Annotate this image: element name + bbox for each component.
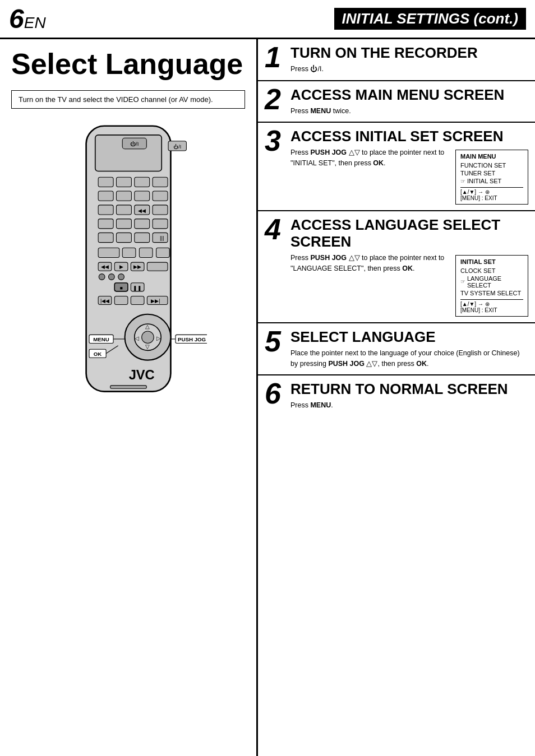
svg-point-58 — [141, 331, 154, 344]
step-3-title: ACCESS INITIAL SET SCREEN — [290, 128, 528, 145]
step-4-desc: Press PUSH JOG △▽ to place the pointer n… — [290, 253, 450, 274]
step-3-menu-box: MAIN MENU FUNCTION SET TUNER SET INITIAL… — [455, 150, 528, 205]
svg-text:MENU: MENU — [93, 336, 109, 342]
step-4: 4 ACCESS LANGUAGE SELECT SCREEN Press PU… — [258, 211, 535, 323]
step-2-desc: Press MENU twice. — [290, 106, 528, 117]
svg-text:PUSH JOG: PUSH JOG — [178, 336, 206, 342]
step-4-menu-box: INITIAL SET CLOCK SET LANGUAGE SELECT TV… — [455, 255, 528, 317]
svg-rect-21 — [134, 219, 149, 229]
step-3-number: 3 — [265, 126, 285, 155]
step-6-desc: Press MENU. — [290, 400, 528, 411]
main-content: Select Language Turn on the TV and selec… — [0, 39, 535, 756]
svg-rect-28 — [98, 248, 119, 257]
step-3: 3 ACCESS INITIAL SET SCREEN Press PUSH J… — [258, 123, 535, 211]
step-3-menu-title: MAIN MENU — [460, 153, 523, 160]
step-4-menu-item-1: CLOCK SET — [460, 267, 523, 275]
svg-text:OK: OK — [93, 351, 102, 357]
svg-text:▷: ▷ — [156, 335, 160, 341]
svg-text:◀◀: ◀◀ — [101, 264, 109, 270]
step-3-inner: Press PUSH JOG △▽ to place the pointer n… — [290, 147, 528, 205]
step-4-title: ACCESS LANGUAGE SELECT SCREEN — [290, 217, 528, 251]
svg-text:|◀◀: |◀◀ — [100, 298, 109, 304]
power-symbol: ⏻ — [310, 65, 317, 73]
svg-text:▶▶: ▶▶ — [133, 264, 141, 270]
remote-illustration: ⏻/I ⏻/I ◀◀ — [11, 120, 245, 434]
svg-rect-6 — [98, 177, 113, 187]
step-5-title: SELECT LANGUAGE — [290, 329, 528, 346]
step-3-menu-footer: [▲/▼] → ⊛[MENU] : EXIT — [460, 187, 523, 201]
svg-text:JVC: JVC — [128, 368, 154, 382]
page-number: 6EN — [9, 3, 46, 34]
left-column: Select Language Turn on the TV and selec… — [0, 39, 258, 756]
step-1-number: 1 — [265, 43, 285, 72]
page-num: 6 — [9, 4, 24, 34]
step-1-desc: Press ⏻/I. — [290, 64, 528, 75]
svg-rect-20 — [116, 219, 131, 229]
svg-point-40 — [108, 274, 114, 280]
step-4-menu-item-2: LANGUAGE SELECT — [460, 275, 523, 289]
svg-point-39 — [99, 274, 105, 280]
svg-rect-19 — [98, 219, 113, 229]
svg-text:▶▶|: ▶▶| — [151, 298, 160, 304]
page-en: EN — [24, 14, 46, 31]
step-5-desc: Place the pointer next to the language o… — [290, 348, 528, 369]
chapter-title: INITIAL SETTINGS (cont.) — [334, 8, 526, 30]
step-6-title: RETURN TO NORMAL SCREEN — [290, 381, 528, 398]
svg-text:◀◀: ◀◀ — [137, 208, 145, 214]
svg-rect-29 — [122, 248, 136, 257]
svg-text:▶: ▶ — [119, 264, 123, 270]
svg-rect-22 — [153, 219, 168, 229]
remote-control-svg: ⏻/I ⏻/I ◀◀ — [50, 120, 207, 434]
svg-rect-35 — [147, 262, 168, 271]
svg-rect-24 — [116, 233, 131, 243]
subtitle-box: Turn on the TV and select the VIDEO chan… — [11, 90, 245, 109]
svg-rect-30 — [139, 248, 153, 257]
svg-text:⏻/I: ⏻/I — [173, 144, 181, 150]
step-4-inner: Press PUSH JOG △▽ to place the pointer n… — [290, 253, 528, 317]
step-5-number: 5 — [265, 327, 285, 356]
step-3-menu-item-3: INITIAL SET — [460, 177, 523, 185]
step-4-menu-title: INITIAL SET — [460, 258, 523, 265]
svg-text:|||: ||| — [160, 235, 164, 241]
svg-rect-17 — [153, 205, 168, 215]
step-6-number: 6 — [265, 379, 285, 408]
step-2-body: ACCESS MAIN MENU SCREEN Press MENU twice… — [290, 87, 528, 117]
svg-rect-9 — [153, 177, 168, 187]
svg-text:⏻/I: ⏻/I — [130, 141, 139, 147]
svg-text:△: △ — [145, 323, 150, 330]
step-4-menu-footer: [▲/▼] → ⊛[MENU] : EXIT — [460, 299, 523, 313]
step-4-menu-item-3: TV SYSTEM SELECT — [460, 289, 523, 297]
svg-rect-15 — [116, 205, 131, 215]
svg-rect-8 — [134, 177, 149, 187]
step-5-body: SELECT LANGUAGE Place the pointer next t… — [290, 329, 528, 369]
svg-text:▽: ▽ — [145, 344, 150, 350]
svg-rect-12 — [134, 191, 149, 201]
svg-rect-14 — [98, 205, 113, 215]
step-1: 1 TURN ON THE RECORDER Press ⏻/I. — [258, 39, 535, 81]
step-3-desc: Press PUSH JOG △▽ to place the pointer n… — [290, 147, 450, 169]
svg-text:◁: ◁ — [135, 335, 139, 341]
svg-rect-7 — [116, 177, 131, 187]
step-3-body: ACCESS INITIAL SET SCREEN Press PUSH JOG… — [290, 128, 528, 205]
step-2-number: 2 — [265, 85, 285, 114]
svg-rect-69 — [110, 386, 146, 388]
svg-rect-48 — [131, 296, 144, 305]
svg-rect-11 — [116, 191, 131, 201]
step-5: 5 SELECT LANGUAGE Place the pointer next… — [258, 323, 535, 375]
svg-rect-10 — [98, 191, 113, 201]
svg-rect-31 — [156, 248, 169, 257]
step-2-title: ACCESS MAIN MENU SCREEN — [290, 87, 528, 104]
header: 6EN INITIAL SETTINGS (cont.) — [0, 0, 535, 39]
step-6: 6 RETURN TO NORMAL SCREEN Press MENU. — [258, 375, 535, 416]
svg-rect-13 — [153, 191, 168, 201]
step-1-body: TURN ON THE RECORDER Press ⏻/I. — [290, 45, 528, 75]
svg-rect-25 — [134, 233, 149, 243]
svg-text:❚❚: ❚❚ — [133, 285, 142, 291]
step-3-menu-item-2: TUNER SET — [460, 169, 523, 177]
step-6-body: RETURN TO NORMAL SCREEN Press MENU. — [290, 381, 528, 411]
svg-rect-47 — [114, 296, 128, 305]
step-3-menu-item-1: FUNCTION SET — [460, 161, 523, 169]
svg-rect-23 — [98, 233, 113, 243]
step-4-body: ACCESS LANGUAGE SELECT SCREEN Press PUSH… — [290, 217, 528, 317]
svg-point-41 — [118, 274, 124, 280]
